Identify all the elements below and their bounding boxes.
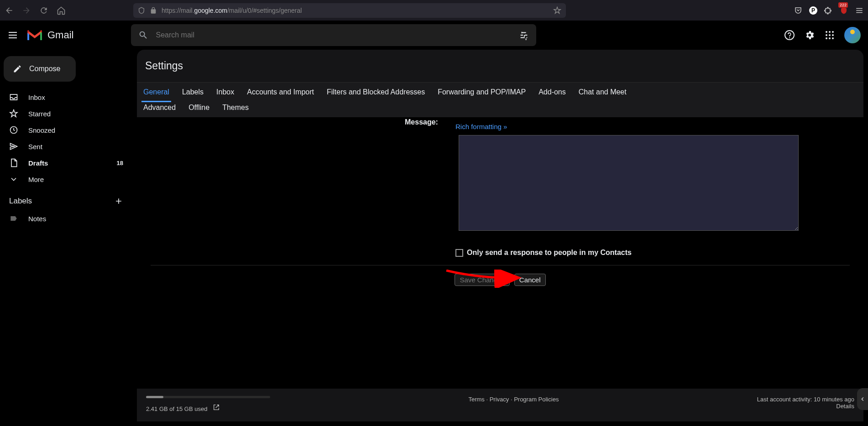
save-changes-button[interactable]: Save Changes [455, 274, 509, 286]
contacts-only-checkbox[interactable] [455, 249, 463, 257]
url-bar[interactable]: https://mail.google.com/mail/u/0/#settin… [133, 3, 566, 18]
account-avatar[interactable] [844, 27, 861, 43]
search-bar[interactable] [131, 24, 536, 46]
svg-point-5 [829, 34, 831, 36]
svg-point-9 [832, 37, 834, 39]
settings-icon[interactable] [804, 30, 815, 41]
content-area: Settings General Labels Inbox Accounts a… [137, 50, 863, 421]
tab-inbox[interactable]: Inbox [214, 88, 236, 96]
tab-addons[interactable]: Add-ons [537, 88, 568, 96]
tab-themes[interactable]: Themes [220, 104, 251, 112]
chevron-down-icon [9, 175, 18, 184]
pencil-icon [13, 64, 22, 73]
sidebar-item-starred[interactable]: Starred [0, 105, 132, 122]
labels-header: Labels [0, 187, 132, 210]
ublock-icon[interactable]: 222 [839, 6, 848, 15]
search-icon [138, 30, 148, 40]
pocket-icon[interactable] [794, 6, 802, 15]
rich-formatting-link[interactable]: Rich formatting » [455, 117, 854, 130]
reload-button[interactable] [39, 6, 48, 15]
svg-point-3 [832, 31, 834, 33]
home-button[interactable] [57, 6, 66, 15]
shield-icon [138, 7, 145, 14]
tab-general[interactable]: General [141, 88, 171, 102]
vacation-message-textarea[interactable] [459, 135, 799, 231]
file-icon [9, 158, 18, 167]
contacts-only-label: Only send a response to people in my Con… [467, 249, 632, 257]
chevron-left-icon [859, 396, 866, 402]
page-title: Settings [137, 50, 863, 82]
privacy-link[interactable]: Privacy [490, 396, 509, 403]
main-menu-icon[interactable] [7, 30, 18, 41]
tab-offline[interactable]: Offline [187, 104, 211, 112]
browser-toolbar: https://mail.google.com/mail/u/0/#settin… [0, 0, 868, 21]
policies-link[interactable]: Program Policies [514, 396, 559, 403]
bookmark-star-icon[interactable] [553, 6, 561, 15]
activity-info: Last account activity: 10 minutes ago De… [757, 396, 854, 410]
side-panel-toggle[interactable] [857, 388, 868, 410]
menu-icon[interactable] [855, 6, 863, 15]
inbox-icon [9, 93, 18, 102]
storage-bar [146, 396, 270, 398]
search-options-icon[interactable] [519, 30, 529, 40]
app-header: Gmail [0, 21, 868, 50]
svg-point-7 [826, 37, 827, 39]
add-label-icon[interactable] [114, 197, 123, 206]
apps-icon[interactable] [824, 30, 835, 41]
help-icon[interactable] [784, 30, 795, 41]
profile-icon[interactable]: P [809, 6, 817, 15]
svg-point-6 [832, 34, 834, 36]
message-label: Message: [405, 118, 438, 126]
url-text: https://mail.google.com/mail/u/0/#settin… [162, 7, 549, 14]
back-button[interactable] [5, 6, 14, 15]
tab-labels[interactable]: Labels [180, 88, 205, 96]
tab-advanced[interactable]: Advanced [141, 104, 178, 112]
settings-body: Message: Rich formatting » Only send a r… [137, 117, 863, 389]
star-icon [9, 109, 18, 118]
tab-filters[interactable]: Filters and Blocked Addresses [325, 88, 427, 96]
storage-info: 2.41 GB of 15 GB used [146, 396, 270, 412]
forward-button[interactable] [22, 6, 31, 15]
lock-icon [150, 7, 157, 14]
sidebar-item-sent[interactable]: Sent [0, 138, 132, 155]
gmail-logo[interactable]: Gmail [26, 28, 73, 42]
sidebar-item-inbox[interactable]: Inbox [0, 89, 132, 105]
extensions-icon[interactable] [824, 6, 832, 15]
sidebar-item-snoozed[interactable]: Snoozed [0, 122, 132, 138]
svg-point-2 [829, 31, 831, 33]
contacts-only-row: Only send a response to people in my Con… [455, 249, 854, 265]
svg-point-8 [829, 37, 831, 39]
external-link-icon[interactable] [213, 404, 220, 411]
settings-tabs: General Labels Inbox Accounts and Import… [137, 82, 863, 117]
tab-forwarding[interactable]: Forwarding and POP/IMAP [436, 88, 528, 96]
cancel-button[interactable]: Cancel [514, 274, 546, 286]
svg-point-4 [826, 34, 827, 36]
tab-accounts[interactable]: Accounts and Import [245, 88, 316, 96]
footer-links: Terms · Privacy · Program Policies [468, 396, 559, 403]
compose-button[interactable]: Compose [4, 56, 76, 82]
label-icon [9, 214, 18, 223]
send-icon [9, 142, 18, 151]
tab-chat[interactable]: Chat and Meet [577, 88, 628, 96]
search-input[interactable] [156, 31, 519, 39]
gmail-m-icon [26, 28, 44, 42]
sidebar: Compose Inbox Starred Snoozed Sent Draft… [0, 50, 132, 426]
app-name: Gmail [47, 29, 73, 41]
footer: 2.41 GB of 15 GB used Terms · Privacy · … [137, 389, 863, 421]
sidebar-label-notes[interactable]: Notes [0, 210, 132, 227]
svg-point-1 [826, 31, 827, 33]
terms-link[interactable]: Terms [468, 396, 484, 403]
sidebar-item-more[interactable]: More [0, 171, 132, 187]
clock-icon [9, 125, 18, 135]
sidebar-item-drafts[interactable]: Drafts 18 [0, 155, 132, 171]
details-link[interactable]: Details [836, 403, 854, 410]
button-row: Save Changes Cancel [146, 265, 854, 301]
